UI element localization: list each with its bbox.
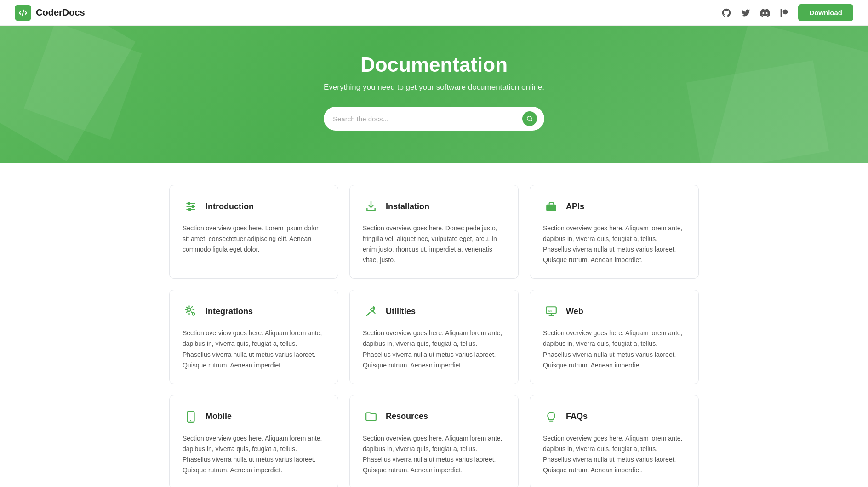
svg-line-4 [531, 120, 532, 121]
card-title-integrations: Integrations [206, 307, 253, 316]
github-icon[interactable] [721, 7, 732, 18]
svg-point-8 [188, 202, 190, 204]
card-header-faqs: FAQs [543, 408, 685, 425]
briefcase-icon [543, 198, 560, 215]
monitor-icon: </> [543, 303, 560, 320]
card-header-installation: Installation [363, 198, 505, 215]
card-desc-web: Section overview goes here. Aliquam lore… [543, 328, 685, 370]
svg-rect-11 [546, 205, 556, 211]
svg-point-10 [189, 208, 191, 210]
bulb-icon [543, 408, 560, 425]
card-header-utilities: Utilities [363, 303, 505, 320]
svg-text:</>: </> [547, 309, 553, 314]
search-icon [526, 115, 533, 122]
card-resources[interactable]: Resources Section overview goes here. Al… [349, 395, 519, 487]
svg-line-0 [22, 10, 24, 16]
logo[interactable]: CoderDocs [15, 5, 85, 21]
svg-point-1 [783, 9, 788, 14]
card-title-web: Web [566, 307, 583, 316]
search-input[interactable] [333, 115, 522, 123]
logo-text: CoderDocs [36, 7, 85, 18]
card-header-mobile: Mobile [183, 408, 325, 425]
books-icon [363, 408, 379, 425]
card-faqs[interactable]: FAQs Section overview goes here. Aliquam… [530, 395, 699, 487]
navbar: CoderDocs Download [0, 0, 868, 26]
card-desc-integrations: Section overview goes here. Aliquam lore… [183, 328, 325, 370]
card-mobile[interactable]: Mobile Section overview goes here. Aliqu… [169, 395, 338, 487]
nav-right: Download [721, 4, 853, 21]
card-introduction[interactable]: Introduction Section overview goes here.… [169, 185, 338, 279]
card-desc-apis: Section overview goes here. Aliquam lore… [543, 223, 685, 265]
card-desc-utilities: Section overview goes here. Aliquam lore… [363, 328, 505, 370]
hero-section: Documentation Everything you need to get… [0, 26, 868, 163]
card-desc-installation: Section overview goes here. Donec pede j… [363, 223, 505, 265]
twitter-icon[interactable] [740, 7, 751, 18]
card-installation[interactable]: Installation Section overview goes here.… [349, 185, 519, 279]
card-title-introduction: Introduction [206, 202, 254, 212]
gears-icon [183, 303, 199, 320]
card-desc-resources: Section overview goes here. Aliquam lore… [363, 433, 505, 476]
card-title-utilities: Utilities [386, 307, 416, 316]
hero-title: Documentation [9, 53, 859, 76]
svg-point-9 [192, 206, 194, 207]
svg-point-13 [192, 313, 195, 315]
search-button[interactable] [522, 111, 537, 126]
card-header-apis: APIs [543, 198, 685, 215]
card-desc-introduction: Section overview goes here. Lorem ipsum … [183, 223, 325, 255]
card-title-apis: APIs [566, 202, 584, 212]
patreon-icon[interactable] [779, 7, 790, 18]
card-header-web: </> Web [543, 303, 685, 320]
card-integrations[interactable]: Integrations Section overview goes here.… [169, 290, 338, 384]
svg-point-22 [190, 420, 191, 421]
card-utilities[interactable]: Utilities Section overview goes here. Al… [349, 290, 519, 384]
hero-subtitle: Everything you need to get your software… [9, 83, 859, 92]
card-title-mobile: Mobile [206, 412, 232, 421]
svg-line-16 [366, 314, 368, 316]
card-title-faqs: FAQs [566, 412, 588, 421]
card-desc-mobile: Section overview goes here. Aliquam lore… [183, 433, 325, 476]
card-desc-faqs: Section overview goes here. Aliquam lore… [543, 433, 685, 476]
svg-point-12 [188, 308, 191, 311]
download-icon [363, 198, 379, 215]
mobile-icon [183, 408, 199, 425]
card-title-resources: Resources [386, 412, 428, 421]
card-header-integrations: Integrations [183, 303, 325, 320]
download-button[interactable]: Download [798, 4, 853, 21]
card-apis[interactable]: APIs Section overview goes here. Aliquam… [530, 185, 699, 279]
card-header-introduction: Introduction [183, 198, 325, 215]
discord-icon[interactable] [760, 7, 771, 18]
sliders-icon [183, 198, 199, 215]
tools-icon [363, 303, 379, 320]
card-header-resources: Resources [363, 408, 505, 425]
cards-grid: Introduction Section overview goes here.… [158, 185, 710, 487]
card-title-installation: Installation [386, 202, 429, 212]
card-web[interactable]: </> Web Section overview goes here. Aliq… [530, 290, 699, 384]
svg-rect-2 [781, 9, 782, 17]
search-bar [324, 107, 544, 131]
logo-icon [15, 5, 31, 21]
